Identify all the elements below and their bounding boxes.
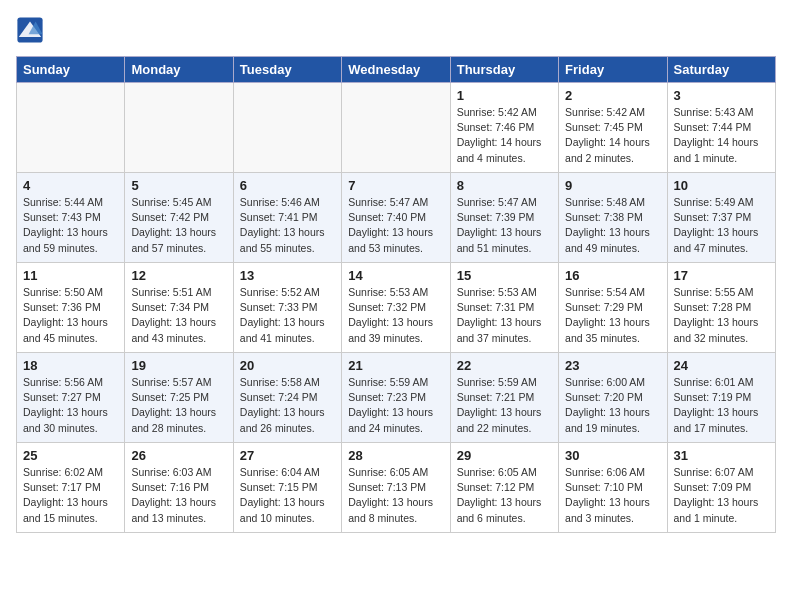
- day-number: 5: [131, 178, 226, 193]
- day-number: 3: [674, 88, 769, 103]
- calendar-cell: 24Sunrise: 6:01 AM Sunset: 7:19 PM Dayli…: [667, 353, 775, 443]
- calendar-cell: 7Sunrise: 5:47 AM Sunset: 7:40 PM Daylig…: [342, 173, 450, 263]
- calendar-cell: 16Sunrise: 5:54 AM Sunset: 7:29 PM Dayli…: [559, 263, 667, 353]
- day-detail: Sunrise: 5:42 AM Sunset: 7:45 PM Dayligh…: [565, 105, 660, 166]
- day-number: 23: [565, 358, 660, 373]
- calendar-cell: 22Sunrise: 5:59 AM Sunset: 7:21 PM Dayli…: [450, 353, 558, 443]
- day-number: 19: [131, 358, 226, 373]
- day-number: 17: [674, 268, 769, 283]
- calendar-cell: 19Sunrise: 5:57 AM Sunset: 7:25 PM Dayli…: [125, 353, 233, 443]
- calendar-cell: 12Sunrise: 5:51 AM Sunset: 7:34 PM Dayli…: [125, 263, 233, 353]
- day-number: 7: [348, 178, 443, 193]
- calendar-cell: 26Sunrise: 6:03 AM Sunset: 7:16 PM Dayli…: [125, 443, 233, 533]
- calendar-cell: 30Sunrise: 6:06 AM Sunset: 7:10 PM Dayli…: [559, 443, 667, 533]
- weekday-header-row: SundayMondayTuesdayWednesdayThursdayFrid…: [17, 57, 776, 83]
- calendar-table: SundayMondayTuesdayWednesdayThursdayFrid…: [16, 56, 776, 533]
- day-number: 20: [240, 358, 335, 373]
- day-detail: Sunrise: 6:04 AM Sunset: 7:15 PM Dayligh…: [240, 465, 335, 526]
- week-row-0: 1Sunrise: 5:42 AM Sunset: 7:46 PM Daylig…: [17, 83, 776, 173]
- weekday-header-thursday: Thursday: [450, 57, 558, 83]
- day-number: 31: [674, 448, 769, 463]
- calendar-cell: 9Sunrise: 5:48 AM Sunset: 7:38 PM Daylig…: [559, 173, 667, 263]
- weekday-header-friday: Friday: [559, 57, 667, 83]
- day-detail: Sunrise: 5:42 AM Sunset: 7:46 PM Dayligh…: [457, 105, 552, 166]
- weekday-header-monday: Monday: [125, 57, 233, 83]
- day-number: 16: [565, 268, 660, 283]
- day-detail: Sunrise: 5:51 AM Sunset: 7:34 PM Dayligh…: [131, 285, 226, 346]
- day-number: 18: [23, 358, 118, 373]
- calendar-cell: 27Sunrise: 6:04 AM Sunset: 7:15 PM Dayli…: [233, 443, 341, 533]
- day-number: 9: [565, 178, 660, 193]
- day-number: 11: [23, 268, 118, 283]
- day-detail: Sunrise: 5:58 AM Sunset: 7:24 PM Dayligh…: [240, 375, 335, 436]
- day-number: 2: [565, 88, 660, 103]
- day-number: 24: [674, 358, 769, 373]
- calendar-cell: 11Sunrise: 5:50 AM Sunset: 7:36 PM Dayli…: [17, 263, 125, 353]
- day-detail: Sunrise: 5:59 AM Sunset: 7:21 PM Dayligh…: [457, 375, 552, 436]
- day-detail: Sunrise: 6:05 AM Sunset: 7:12 PM Dayligh…: [457, 465, 552, 526]
- weekday-header-wednesday: Wednesday: [342, 57, 450, 83]
- calendar-cell: [17, 83, 125, 173]
- day-detail: Sunrise: 5:53 AM Sunset: 7:32 PM Dayligh…: [348, 285, 443, 346]
- day-detail: Sunrise: 5:50 AM Sunset: 7:36 PM Dayligh…: [23, 285, 118, 346]
- day-number: 12: [131, 268, 226, 283]
- calendar-cell: 14Sunrise: 5:53 AM Sunset: 7:32 PM Dayli…: [342, 263, 450, 353]
- day-detail: Sunrise: 5:46 AM Sunset: 7:41 PM Dayligh…: [240, 195, 335, 256]
- calendar-cell: 20Sunrise: 5:58 AM Sunset: 7:24 PM Dayli…: [233, 353, 341, 443]
- week-row-1: 4Sunrise: 5:44 AM Sunset: 7:43 PM Daylig…: [17, 173, 776, 263]
- week-row-4: 25Sunrise: 6:02 AM Sunset: 7:17 PM Dayli…: [17, 443, 776, 533]
- day-number: 15: [457, 268, 552, 283]
- day-detail: Sunrise: 5:54 AM Sunset: 7:29 PM Dayligh…: [565, 285, 660, 346]
- calendar-cell: [342, 83, 450, 173]
- day-number: 30: [565, 448, 660, 463]
- week-row-3: 18Sunrise: 5:56 AM Sunset: 7:27 PM Dayli…: [17, 353, 776, 443]
- calendar-cell: 4Sunrise: 5:44 AM Sunset: 7:43 PM Daylig…: [17, 173, 125, 263]
- day-detail: Sunrise: 6:00 AM Sunset: 7:20 PM Dayligh…: [565, 375, 660, 436]
- day-number: 28: [348, 448, 443, 463]
- calendar-cell: 23Sunrise: 6:00 AM Sunset: 7:20 PM Dayli…: [559, 353, 667, 443]
- day-number: 21: [348, 358, 443, 373]
- calendar-cell: 5Sunrise: 5:45 AM Sunset: 7:42 PM Daylig…: [125, 173, 233, 263]
- day-detail: Sunrise: 5:47 AM Sunset: 7:40 PM Dayligh…: [348, 195, 443, 256]
- calendar-cell: 17Sunrise: 5:55 AM Sunset: 7:28 PM Dayli…: [667, 263, 775, 353]
- day-detail: Sunrise: 5:47 AM Sunset: 7:39 PM Dayligh…: [457, 195, 552, 256]
- logo: [16, 16, 48, 44]
- calendar-cell: 18Sunrise: 5:56 AM Sunset: 7:27 PM Dayli…: [17, 353, 125, 443]
- day-detail: Sunrise: 6:07 AM Sunset: 7:09 PM Dayligh…: [674, 465, 769, 526]
- day-detail: Sunrise: 5:55 AM Sunset: 7:28 PM Dayligh…: [674, 285, 769, 346]
- day-number: 6: [240, 178, 335, 193]
- calendar-cell: [233, 83, 341, 173]
- day-detail: Sunrise: 5:43 AM Sunset: 7:44 PM Dayligh…: [674, 105, 769, 166]
- day-detail: Sunrise: 5:57 AM Sunset: 7:25 PM Dayligh…: [131, 375, 226, 436]
- weekday-header-tuesday: Tuesday: [233, 57, 341, 83]
- day-detail: Sunrise: 5:56 AM Sunset: 7:27 PM Dayligh…: [23, 375, 118, 436]
- day-detail: Sunrise: 5:44 AM Sunset: 7:43 PM Dayligh…: [23, 195, 118, 256]
- day-detail: Sunrise: 5:48 AM Sunset: 7:38 PM Dayligh…: [565, 195, 660, 256]
- day-detail: Sunrise: 5:59 AM Sunset: 7:23 PM Dayligh…: [348, 375, 443, 436]
- day-detail: Sunrise: 5:49 AM Sunset: 7:37 PM Dayligh…: [674, 195, 769, 256]
- day-number: 26: [131, 448, 226, 463]
- day-number: 27: [240, 448, 335, 463]
- calendar-cell: 1Sunrise: 5:42 AM Sunset: 7:46 PM Daylig…: [450, 83, 558, 173]
- calendar-cell: 21Sunrise: 5:59 AM Sunset: 7:23 PM Dayli…: [342, 353, 450, 443]
- calendar-cell: 3Sunrise: 5:43 AM Sunset: 7:44 PM Daylig…: [667, 83, 775, 173]
- day-number: 29: [457, 448, 552, 463]
- day-detail: Sunrise: 5:53 AM Sunset: 7:31 PM Dayligh…: [457, 285, 552, 346]
- day-detail: Sunrise: 6:05 AM Sunset: 7:13 PM Dayligh…: [348, 465, 443, 526]
- day-detail: Sunrise: 6:03 AM Sunset: 7:16 PM Dayligh…: [131, 465, 226, 526]
- calendar-cell: [125, 83, 233, 173]
- weekday-header-sunday: Sunday: [17, 57, 125, 83]
- calendar-cell: 29Sunrise: 6:05 AM Sunset: 7:12 PM Dayli…: [450, 443, 558, 533]
- day-number: 25: [23, 448, 118, 463]
- logo-icon: [16, 16, 44, 44]
- weekday-header-saturday: Saturday: [667, 57, 775, 83]
- day-number: 14: [348, 268, 443, 283]
- page-header: [16, 16, 776, 44]
- calendar-cell: 13Sunrise: 5:52 AM Sunset: 7:33 PM Dayli…: [233, 263, 341, 353]
- day-number: 10: [674, 178, 769, 193]
- day-detail: Sunrise: 5:52 AM Sunset: 7:33 PM Dayligh…: [240, 285, 335, 346]
- day-number: 1: [457, 88, 552, 103]
- calendar-cell: 6Sunrise: 5:46 AM Sunset: 7:41 PM Daylig…: [233, 173, 341, 263]
- day-number: 4: [23, 178, 118, 193]
- day-number: 8: [457, 178, 552, 193]
